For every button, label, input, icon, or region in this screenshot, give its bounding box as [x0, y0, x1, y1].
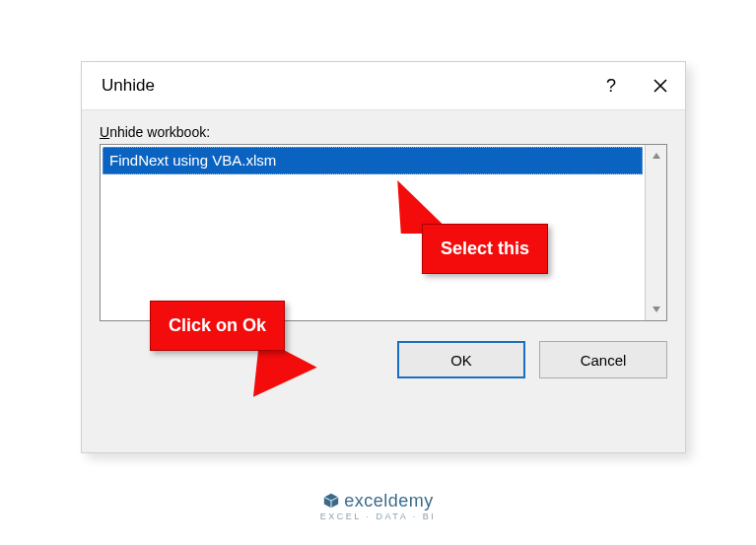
- unhide-dialog: Unhide ? Unhide workbook: FindNext using…: [82, 62, 685, 452]
- workbook-list: FindNext using VBA.xlsm: [101, 145, 645, 320]
- list-label: Unhide workbook:: [100, 124, 667, 140]
- cancel-button[interactable]: Cancel: [539, 341, 667, 378]
- scroll-up-icon[interactable]: [648, 147, 665, 165]
- close-button[interactable]: [636, 62, 685, 109]
- brand-name: exceldemy: [344, 491, 434, 511]
- dialog-title: Unhide: [102, 76, 586, 96]
- title-bar: Unhide ?: [82, 62, 685, 109]
- list-item[interactable]: FindNext using VBA.xlsm: [103, 147, 643, 174]
- dialog-body: Unhide workbook: FindNext using VBA.xlsm…: [82, 109, 685, 452]
- scrollbar[interactable]: [645, 145, 666, 320]
- help-button[interactable]: ?: [586, 62, 636, 109]
- close-icon: [653, 78, 668, 94]
- workbook-listbox[interactable]: FindNext using VBA.xlsm: [100, 144, 667, 321]
- callout-select: Select this: [422, 224, 548, 274]
- scroll-down-icon[interactable]: [648, 301, 665, 318]
- callout-ok: Click on Ok: [150, 301, 285, 351]
- dialog-window: Unhide ? Unhide workbook: FindNext using…: [81, 61, 686, 453]
- branding: exceldemy EXCEL · DATA · BI: [0, 491, 756, 521]
- logo-icon: [322, 492, 340, 510]
- ok-button[interactable]: OK: [397, 341, 525, 378]
- brand-tagline: EXCEL · DATA · BI: [0, 511, 756, 521]
